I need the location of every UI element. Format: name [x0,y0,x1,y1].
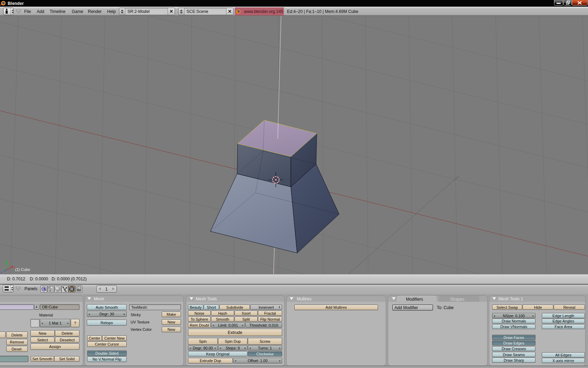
svg-text:(1) Cube: (1) Cube [15,267,30,272]
svg-text:z: z [1,271,2,274]
